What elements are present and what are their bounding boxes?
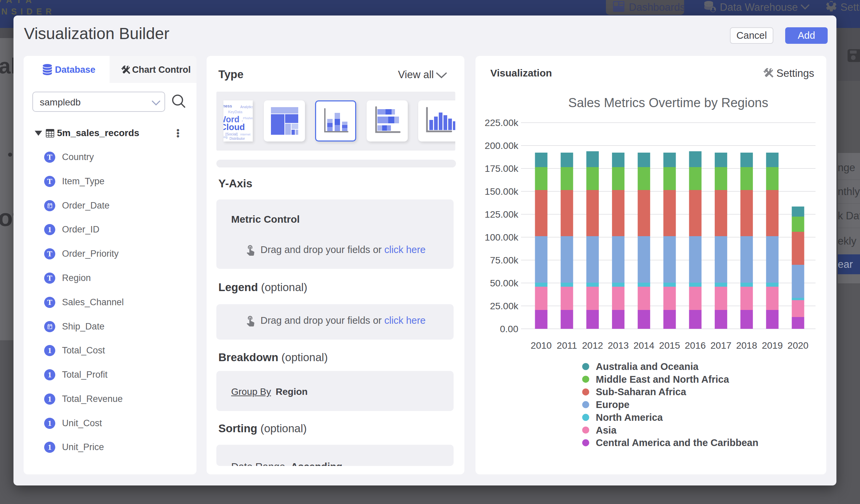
svg-text:North America: North America: [596, 412, 663, 423]
svg-text:175.00k: 175.00k: [485, 163, 519, 174]
svg-text:Sales Metrics Overtime by Regi: Sales Metrics Overtime by Regions: [568, 96, 768, 110]
svg-text:Sub-Saharan Africa: Sub-Saharan Africa: [596, 386, 686, 397]
svg-text:Central America and the Caribb: Central America and the Caribbean: [596, 437, 758, 448]
svg-text:Middle East and North Africa: Middle East and North Africa: [596, 374, 729, 385]
svg-text:2012: 2012: [582, 340, 603, 351]
svg-text:150.00k: 150.00k: [485, 186, 519, 197]
svg-text:200.00k: 200.00k: [485, 141, 519, 151]
svg-text:2019: 2019: [762, 340, 783, 351]
svg-text:Europe: Europe: [596, 399, 630, 410]
svg-text:225.00k: 225.00k: [485, 118, 519, 128]
svg-text:Asia: Asia: [596, 425, 617, 436]
svg-text:Australia and Oceania: Australia and Oceania: [596, 361, 699, 372]
svg-text:2020: 2020: [788, 340, 808, 351]
svg-text:2013: 2013: [607, 340, 629, 351]
svg-text:75.00k: 75.00k: [490, 255, 519, 265]
svg-text:50.00k: 50.00k: [490, 278, 519, 288]
svg-text:2016: 2016: [685, 340, 706, 351]
svg-text:2015: 2015: [659, 340, 680, 351]
svg-text:2014: 2014: [633, 340, 655, 351]
svg-text:2018: 2018: [736, 340, 757, 351]
svg-text:2011: 2011: [557, 340, 577, 351]
svg-text:100.00k: 100.00k: [485, 232, 519, 243]
svg-text:125.00k: 125.00k: [485, 209, 519, 220]
svg-text:0.00: 0.00: [500, 324, 519, 334]
svg-text:2010: 2010: [531, 340, 551, 351]
svg-text:2017: 2017: [711, 340, 731, 351]
svg-text:25.00k: 25.00k: [490, 301, 519, 311]
